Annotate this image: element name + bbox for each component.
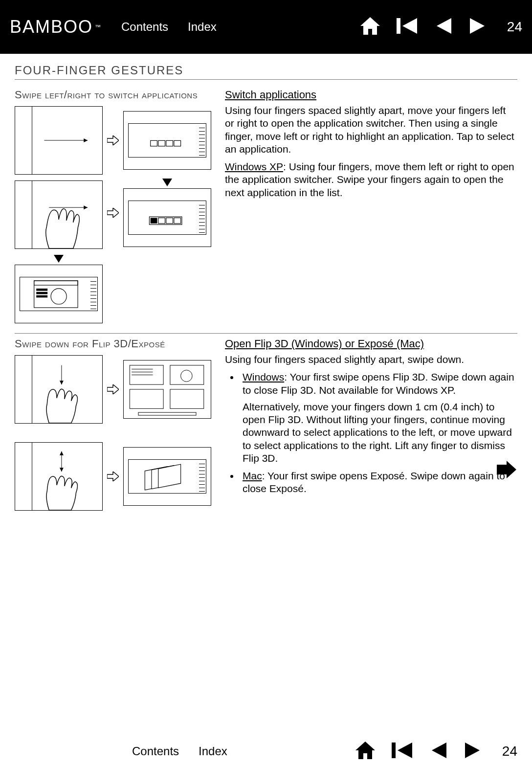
contents-link-top[interactable]: Contents	[121, 20, 168, 34]
svg-marker-15	[54, 255, 64, 263]
action-title-flip3d: Open Flip 3D (Windows) or Exposé (Mac)	[225, 338, 517, 350]
list-item-windows: Windows: Your first swipe opens Flip 3D.…	[240, 371, 517, 465]
svg-rect-11	[151, 218, 157, 223]
svg-rect-32	[138, 412, 196, 415]
windows-xp-label: Windows XP	[225, 161, 283, 172]
prev-page-icon[interactable]	[434, 16, 453, 38]
svg-marker-38	[158, 464, 181, 488]
svg-rect-27	[170, 389, 204, 408]
index-link-bottom[interactable]: Index	[199, 744, 227, 758]
svg-marker-34	[60, 468, 64, 472]
home-icon[interactable]	[355, 741, 376, 762]
app-highlight-mini	[128, 201, 206, 235]
nav-icons-bottom: 24	[355, 741, 517, 762]
svg-rect-3	[151, 140, 157, 146]
svg-rect-6	[174, 140, 181, 146]
hand-swipe-down-icon	[15, 356, 102, 423]
action-title-switch: Switch applications	[225, 89, 517, 101]
tablet-illustration-hand	[15, 180, 103, 249]
trademark: ™	[95, 23, 102, 30]
svg-marker-23	[60, 381, 64, 384]
contents-link-bottom[interactable]: Contents	[132, 744, 179, 758]
next-page-icon[interactable]	[463, 741, 483, 762]
hand-swipe-icon	[15, 181, 102, 248]
gesture-label-flip3d: Swipe down for Flip 3D/Exposé	[15, 338, 220, 350]
body-text-xp: Windows XP: Using four fingers, move the…	[225, 160, 517, 199]
arrow-right-icon	[106, 135, 120, 145]
expose-grid-icon	[124, 360, 211, 418]
bottom-nav: Contents Index 24	[0, 741, 532, 762]
app-switcher-mini	[128, 123, 206, 158]
arrow-right-icon	[106, 472, 120, 481]
brand-logo: BAMBOO™	[10, 17, 102, 37]
mac-text: : Your first swipe opens Exposé. Swipe d…	[243, 470, 505, 494]
svg-rect-19	[36, 292, 47, 294]
svg-rect-17	[34, 280, 78, 285]
svg-marker-2	[84, 138, 88, 142]
hand-four-finger-icon	[15, 107, 102, 174]
svg-rect-14	[174, 218, 181, 223]
nav-icons-top: 24	[359, 16, 522, 38]
svg-rect-12	[158, 218, 165, 223]
arrow-down-icon	[54, 255, 64, 263]
hand-updown-icon	[15, 443, 102, 510]
arrow-right-icon	[106, 208, 120, 218]
page-number-top: 24	[507, 19, 522, 35]
screen-app-switcher	[123, 111, 211, 170]
screen-app-highlighted	[123, 188, 211, 247]
screen-expose	[123, 360, 211, 419]
first-page-icon[interactable]	[396, 16, 419, 38]
windows-text-2: Alternatively, move your fingers down 1 …	[243, 401, 517, 465]
svg-rect-26	[130, 389, 163, 408]
list-item-mac: Mac: Your first swipe opens Exposé. Swip…	[240, 470, 517, 495]
svg-point-31	[181, 370, 193, 382]
top-nav: BAMBOO™ Contents Index 24	[0, 0, 532, 54]
body-text: Using four fingers spaced slightly apart…	[225, 353, 517, 366]
page-number-bottom: 24	[502, 743, 517, 759]
svg-rect-0	[397, 18, 400, 34]
tablet-swipe-down	[15, 355, 103, 424]
mac-label: Mac	[243, 470, 262, 481]
gesture-description-col: Open Flip 3D (Windows) or Exposé (Mac) U…	[220, 338, 517, 511]
arrow-right-icon	[106, 384, 120, 394]
flip3d-mini	[128, 459, 206, 494]
prev-page-icon[interactable]	[429, 741, 448, 762]
svg-rect-20	[36, 295, 47, 297]
tablet-illustration	[15, 106, 103, 175]
illustration-grid-2	[15, 355, 220, 511]
first-page-icon[interactable]	[391, 741, 414, 762]
gesture-illustration-col: Swipe down for Flip 3D/Exposé	[15, 338, 220, 511]
screen-flip3d	[123, 447, 211, 506]
svg-marker-8	[84, 205, 88, 209]
os-list: Windows: Your first swipe opens Flip 3D.…	[225, 371, 517, 495]
illustration-grid-1	[15, 106, 220, 323]
screen-app-opened	[15, 265, 103, 323]
windows-label: Windows	[243, 371, 284, 382]
svg-marker-9	[162, 179, 172, 186]
gesture-label-switch: Swipe left/right to switch applications	[15, 89, 220, 101]
page-content: FOUR-FINGER GESTURES Swipe left/right to…	[0, 54, 532, 530]
svg-rect-18	[36, 289, 47, 291]
svg-marker-35	[60, 451, 64, 455]
home-icon[interactable]	[359, 16, 381, 38]
brand-text: BAMBOO	[10, 17, 93, 37]
gesture-row-switch-apps: Swipe left/right to switch applications	[15, 85, 517, 334]
svg-rect-4	[158, 140, 165, 146]
next-page-icon[interactable]	[468, 16, 488, 38]
continue-arrow-icon[interactable]	[496, 460, 517, 481]
tablet-swipe-updown	[15, 442, 103, 511]
gesture-description-col: Switch applications Using four fingers s…	[220, 89, 517, 323]
body-text: Using four fingers spaced slightly apart…	[225, 104, 517, 156]
gesture-row-flip3d: Swipe down for Flip 3D/Exposé	[15, 334, 517, 520]
svg-rect-13	[166, 218, 173, 223]
gesture-illustration-col: Swipe left/right to switch applications	[15, 89, 220, 323]
svg-rect-39	[392, 742, 396, 758]
svg-rect-5	[166, 140, 173, 146]
svg-point-21	[51, 289, 66, 304]
arrow-down-icon	[162, 179, 172, 186]
section-title: FOUR-FINGER GESTURES	[15, 64, 517, 80]
index-link-top[interactable]: Index	[188, 20, 217, 34]
app-window-mini	[20, 277, 98, 312]
